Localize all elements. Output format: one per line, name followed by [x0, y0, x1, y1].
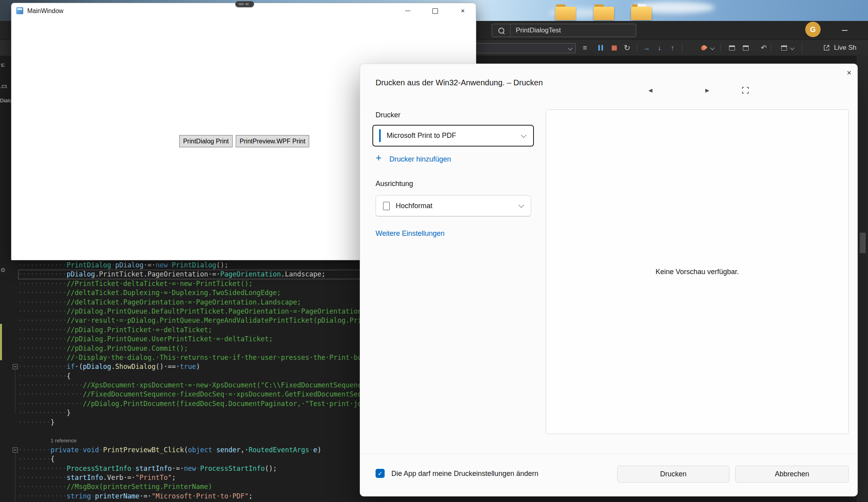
print-dialog: Drucken aus der Win32-Anwendung. – Druck… — [360, 64, 858, 496]
scrollbar-thumb[interactable] — [860, 233, 866, 253]
chevron-down-icon[interactable] — [790, 45, 794, 50]
fold-guide-line — [15, 370, 15, 413]
preview-next-page-button[interactable]: ▶ — [700, 84, 714, 96]
print-button[interactable]: Drucken — [617, 466, 729, 483]
close-button[interactable]: × — [450, 3, 476, 19]
memory-window-icon[interactable] — [726, 42, 737, 53]
vs-minimize-button[interactable] — [832, 21, 857, 39]
plus-icon[interactable]: + — [376, 152, 381, 164]
occluded-text-fragment: Dialo — [0, 98, 12, 103]
restart-icon[interactable]: ↻ — [622, 42, 633, 53]
check-icon: ✓ — [378, 470, 383, 477]
code-fold-toggle[interactable] — [13, 364, 18, 369]
printer-value: Microsoft Print to PDF — [387, 132, 456, 140]
chevron-down-icon[interactable] — [710, 45, 714, 50]
window-title: MainWindow — [27, 3, 64, 19]
account-avatar[interactable]: G — [805, 22, 821, 37]
desktop-folder-icon[interactable] — [594, 4, 614, 21]
dialog-close-button[interactable]: × — [841, 65, 857, 81]
fit-to-page-button[interactable] — [738, 84, 752, 96]
more-settings-link[interactable]: Weitere Einstellungen — [376, 229, 445, 238]
stop-debugging-icon[interactable] — [609, 42, 620, 53]
toolbar-menu-icon[interactable]: ≡ — [579, 42, 590, 53]
snap-indicator — [235, 1, 254, 7]
maximize-button[interactable] — [422, 3, 448, 19]
live-share-icon[interactable] — [823, 44, 830, 51]
focus-accent-bar — [379, 129, 381, 142]
orientation-label: Ausrichtung — [376, 180, 413, 188]
step-into-icon[interactable]: ↓ — [654, 42, 665, 53]
printer-dropdown[interactable]: Microsoft Print to PDF — [372, 125, 534, 147]
allow-settings-checkbox[interactable]: ✓ — [376, 469, 385, 478]
fold-guide-line — [15, 453, 15, 502]
maximize-icon — [432, 8, 438, 14]
watch-window-icon[interactable] — [740, 42, 751, 53]
portrait-page-icon — [383, 202, 390, 210]
change-tracking-bar — [0, 324, 2, 360]
desktop-folder-icon[interactable] — [555, 4, 576, 21]
toolbar-divider — [771, 43, 771, 52]
undo-icon[interactable]: ↶ — [758, 42, 769, 53]
occluded-text-fragment: .cs — [0, 83, 7, 89]
toolbar-divider — [682, 43, 682, 52]
orientation-dropdown[interactable]: Hochformat — [376, 195, 531, 216]
chevron-down-icon — [521, 132, 526, 137]
chevron-down-icon — [568, 46, 572, 50]
code-fold-toggle[interactable] — [13, 447, 18, 453]
print-preview-area: Keine Vorschau verfügbar. — [546, 109, 849, 434]
step-out-icon[interactable]: ↑ — [667, 42, 678, 53]
minimize-icon — [842, 30, 847, 31]
add-printer-link[interactable]: Drucker hinzufügen — [389, 155, 451, 164]
screen: PrintDialogTest G ≡ ↻ → ↓ ↑ ↶ Live Sh s:… — [0, 0, 868, 502]
toolbar-divider — [720, 43, 721, 52]
printdialog-print-button[interactable]: PrintDialog Print — [179, 135, 233, 147]
dialog-divider — [361, 453, 857, 454]
fit-screen-icon — [742, 86, 749, 94]
printer-label: Drucker — [376, 111, 400, 119]
occluded-text-fragment: s: — [1, 62, 5, 68]
orientation-value: Hochformat — [396, 202, 432, 210]
chevron-down-icon — [519, 202, 524, 208]
desktop-folder-icon[interactable] — [631, 4, 652, 21]
toolbar-divider — [802, 43, 802, 52]
break-all-icon[interactable] — [595, 42, 606, 53]
printpreview-print-button[interactable]: PrintPreview.WPF Print — [236, 135, 309, 147]
vs-search-box[interactable]: PrintDialogTest — [492, 24, 636, 37]
dialog-title: Drucken aus der Win32-Anwendung. – Druck… — [376, 78, 543, 87]
vs-search-text: PrintDialogTest — [516, 24, 561, 37]
live-share-label[interactable]: Live Sh — [834, 40, 857, 56]
toolbar-divider — [637, 43, 637, 52]
preview-prev-page-button[interactable]: ◀ — [643, 84, 658, 96]
step-over-icon[interactable]: → — [641, 42, 652, 53]
minimize-icon — [405, 11, 410, 11]
breakpoints-window-icon[interactable] — [778, 42, 789, 53]
cancel-button[interactable]: Abbrechen — [735, 466, 849, 483]
gear-icon: ⚙ — [0, 267, 6, 274]
minimize-button[interactable] — [395, 3, 421, 19]
editor-scrollbar[interactable] — [857, 55, 868, 502]
app-icon — [16, 7, 23, 14]
checkbox-label[interactable]: Die App darf meine Druckeinstellungen än… — [391, 470, 538, 478]
hot-reload-icon[interactable] — [698, 42, 709, 53]
preview-placeholder: Keine Vorschau verfügbar. — [656, 268, 739, 276]
search-icon — [492, 24, 511, 37]
